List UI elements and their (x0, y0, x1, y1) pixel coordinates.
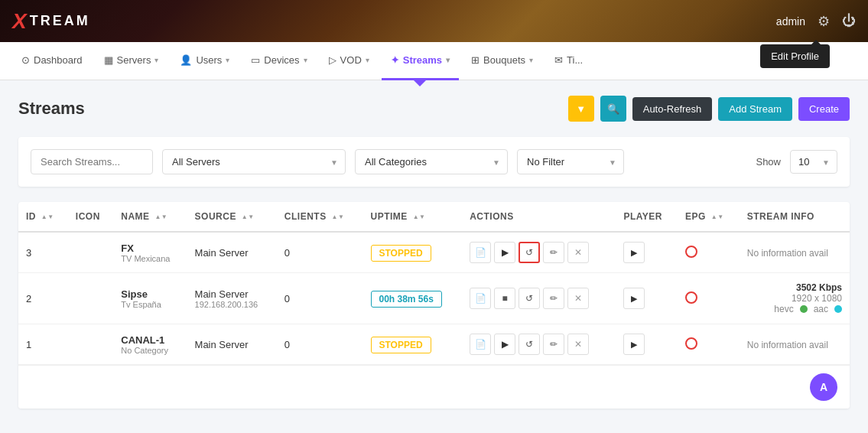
status-badge: STOPPED (371, 245, 431, 262)
users-icon: 👤 (180, 54, 192, 66)
logo-x-letter: X (12, 9, 27, 34)
cell-source: Main Server (187, 232, 277, 273)
source-server: Main Server (195, 339, 269, 350)
search-icon: 🔍 (607, 103, 619, 115)
nav-item-streams[interactable]: ✦ Streams ▾ (382, 42, 459, 80)
cell-player: ▶ (616, 232, 678, 273)
cell-player: ▶ (616, 273, 678, 324)
page-actions: ▼ 🔍 Auto-Refresh Add Stream Create (568, 96, 850, 122)
chevron-down-icon: ▾ (154, 56, 158, 64)
nav-item-dashboard[interactable]: ⊙ Dashboard (12, 42, 92, 80)
player-button[interactable]: ▶ (623, 242, 645, 263)
cell-source: Main Server (187, 324, 277, 365)
stream-codecs: hevc aac (747, 304, 842, 314)
power-icon[interactable]: ⏻ (842, 13, 856, 29)
filter-type-select[interactable]: No Filter (517, 149, 624, 174)
stop-button[interactable]: ■ (494, 288, 515, 309)
chevron-down-icon: ▾ (446, 56, 450, 64)
servers-select[interactable]: All Servers Main Server (162, 149, 346, 174)
file-button[interactable]: 📄 (470, 334, 491, 355)
nav-label-streams: Streams (403, 54, 442, 66)
table-row: 3 FX TV Mexicana Main Server 0 STOPPED (18, 232, 850, 273)
table-header: ID ▲▼ ICON NAME ▲▼ SOURCE ▲▼ CLIENTS ▲▼ … (18, 202, 850, 232)
player-button[interactable]: ▶ (623, 288, 645, 309)
dashboard-icon: ⊙ (21, 54, 30, 66)
nav-label-bouquets: Bouquets (483, 54, 525, 66)
cell-name: Sipse Tv España (113, 273, 187, 324)
logo-text: TREAM (30, 13, 90, 29)
stream-info-text: No information avail (747, 248, 828, 259)
categories-select[interactable]: All Categories (355, 149, 508, 174)
action-buttons: 📄 ■ ↺ ✏ ✕ (470, 288, 608, 309)
edit-button[interactable]: ✏ (543, 334, 564, 355)
action-buttons: 📄 ▶ ↺ ✏ ✕ (470, 242, 608, 263)
cell-uptime: STOPPED (363, 324, 463, 365)
cell-icon (68, 273, 113, 324)
nav-item-devices[interactable]: ▭ Devices ▾ (242, 42, 316, 80)
codec-hevc: hevc (774, 304, 793, 314)
file-button[interactable]: 📄 (470, 288, 491, 309)
nav-item-bouquets[interactable]: ⊞ Bouquets ▾ (462, 42, 542, 80)
sort-icon: ▲▼ (154, 214, 167, 220)
stream-info-text: No information avail (747, 340, 828, 350)
nav-item-users[interactable]: 👤 Users ▾ (171, 42, 239, 80)
col-source: SOURCE ▲▼ (187, 202, 277, 232)
sort-icon: ▲▼ (413, 214, 426, 220)
restart-button[interactable]: ↺ (519, 288, 540, 309)
settings-icon[interactable]: ⚙ (818, 13, 830, 30)
stream-category: No Category (121, 346, 179, 355)
delete-button[interactable]: ✕ (567, 242, 589, 263)
table-row: 1 CANAL-1 No Category Main Server 0 STOP… (18, 324, 850, 365)
cell-epg (678, 273, 740, 324)
header: X TREAM admin ⚙ ⏻ Edit Profile (0, 0, 868, 42)
show-count-select[interactable]: 10 25 50 100 (790, 150, 837, 174)
cell-player: ▶ (616, 324, 678, 365)
cell-epg (678, 324, 740, 365)
add-stream-button[interactable]: Add Stream (718, 97, 792, 121)
header-right: admin ⚙ ⏻ (776, 13, 856, 30)
cell-clients: 0 (277, 232, 363, 273)
filter-button[interactable]: ▼ (568, 96, 594, 122)
page-header: Streams ▼ 🔍 Auto-Refresh Add Stream Crea… (18, 96, 850, 122)
search-toggle-button[interactable]: 🔍 (600, 96, 626, 122)
epg-status-indicator (685, 246, 697, 258)
cell-clients: 0 (277, 273, 363, 324)
sort-icon: ▲▼ (711, 214, 724, 220)
page-title: Streams (18, 99, 85, 119)
bouquets-icon: ⊞ (471, 54, 480, 66)
nav-label-dashboard: Dashboard (34, 54, 83, 66)
cell-actions: 📄 ▶ ↺ ✏ ✕ (462, 232, 616, 273)
play-button[interactable]: ▶ (494, 334, 515, 355)
search-input[interactable] (31, 149, 153, 174)
cell-epg (678, 232, 740, 273)
sort-icon: ▲▼ (41, 214, 54, 220)
restart-button[interactable]: ↺ (519, 242, 540, 263)
cell-id: 3 (18, 232, 68, 273)
avatar: A (810, 373, 837, 401)
player-button[interactable]: ▶ (623, 334, 645, 355)
cell-uptime: 00h 38m 56s (363, 273, 463, 324)
nav-item-tickets[interactable]: ✉ Ti... (545, 42, 592, 80)
nav-label-vod: VOD (340, 54, 362, 66)
delete-button[interactable]: ✕ (567, 288, 589, 309)
nav-item-servers[interactable]: ▦ Servers ▾ (95, 42, 168, 80)
streams-active-arrow (414, 80, 426, 86)
nav-label-servers: Servers (117, 54, 151, 66)
dot-teal-icon (834, 305, 842, 313)
logo: X TREAM (12, 9, 90, 34)
nav-item-vod[interactable]: ▷ VOD ▾ (320, 42, 379, 80)
create-button[interactable]: Create (798, 97, 850, 121)
restart-button[interactable]: ↺ (519, 334, 540, 355)
auto-refresh-button[interactable]: Auto-Refresh (632, 97, 713, 121)
delete-button[interactable]: ✕ (567, 334, 589, 355)
edit-button[interactable]: ✏ (543, 242, 564, 263)
file-button[interactable]: 📄 (470, 242, 491, 263)
edit-button[interactable]: ✏ (543, 288, 564, 309)
cell-actions: 📄 ▶ ↺ ✏ ✕ (462, 324, 616, 365)
play-button[interactable]: ▶ (494, 242, 515, 263)
nav-label-users: Users (196, 54, 222, 66)
servers-select-wrapper: All Servers Main Server (162, 149, 346, 174)
filters-bar: All Servers Main Server All Categories N… (18, 137, 850, 187)
cell-icon (68, 324, 113, 365)
filter-icon: ▼ (576, 103, 586, 115)
